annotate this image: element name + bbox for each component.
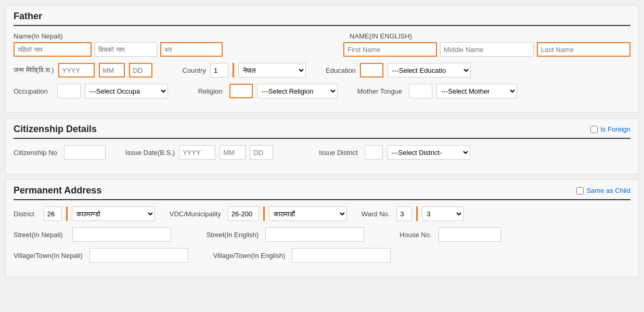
same-as-child-container[interactable]: Same as Child (576, 187, 630, 194)
middle-name-english-input[interactable] (440, 42, 534, 57)
occupation-select[interactable]: ---Select Occupa (85, 84, 168, 98)
country-label: Country (183, 67, 207, 74)
mother-tongue-select[interactable]: ---Select Mother (436, 84, 517, 98)
middle-name-nepali-input[interactable] (95, 42, 157, 57)
mother-tongue-code-input[interactable] (409, 84, 432, 98)
dob-yyyy-input[interactable] (58, 63, 95, 77)
country-divider (233, 63, 234, 77)
district-divider (66, 206, 68, 221)
mother-tongue-label: Mother Tongue (357, 87, 403, 95)
vdc-code-input[interactable] (228, 206, 259, 221)
street-nepali-input[interactable] (72, 227, 171, 242)
street-nepali-label: Street(In Nepali) (14, 231, 63, 239)
issue-date-label: Issue Date(B.S.) (125, 149, 175, 157)
education-label: Education (326, 67, 356, 74)
village-nepali-input[interactable] (89, 248, 188, 263)
district-label: District (14, 210, 34, 218)
permanent-address-title: Permanent Address (14, 185, 101, 196)
house-no-input[interactable] (439, 227, 501, 242)
first-name-nepali-input[interactable] (14, 42, 92, 57)
religion-select[interactable]: ---Select Religion (257, 84, 338, 98)
vdc-label: VDC/Municipality (170, 210, 221, 218)
first-name-english-input[interactable] (343, 42, 437, 57)
village-english-input[interactable] (292, 248, 391, 263)
religion-label: Religion (198, 87, 223, 95)
same-as-child-label: Same as Child (586, 187, 630, 194)
ward-code-input[interactable] (396, 206, 412, 221)
ward-divider (416, 206, 418, 221)
last-name-english-input[interactable] (537, 42, 630, 57)
occupation-code-input[interactable] (57, 84, 81, 98)
education-code-input[interactable] (360, 63, 383, 77)
vdc-select[interactable]: काठमाडौं (269, 206, 347, 221)
house-no-label: House No. (400, 231, 431, 239)
father-section-title: Father (14, 11, 630, 26)
ward-no-label: Ward No. (362, 210, 390, 218)
village-english-label: Village/Town(In English) (213, 252, 286, 259)
district-code-input[interactable] (44, 206, 62, 221)
district-select[interactable]: काठमाण्डो (72, 206, 155, 221)
village-nepali-label: Village/Town(In Nepali) (14, 252, 83, 259)
citizenship-no-label: Citizenship No (14, 149, 57, 157)
country-select[interactable]: नेपाल (238, 63, 306, 77)
occupation-label: Occupation (14, 87, 48, 95)
dob-dd-input[interactable] (129, 63, 152, 77)
issue-district-label: Issue District (319, 149, 357, 157)
name-english-label: NAME(IN ENGLISH) (350, 32, 412, 40)
is-foreign-label: Is Foreign (600, 125, 630, 133)
is-foreign-container[interactable]: Is Foreign (590, 125, 630, 133)
last-name-nepali-input[interactable] (160, 42, 223, 57)
religion-code-input[interactable] (229, 84, 253, 98)
street-english-input[interactable] (265, 227, 364, 242)
issue-mm-input[interactable] (220, 145, 246, 160)
issue-district-code-input[interactable] (365, 145, 383, 160)
citizenship-section-header: Citizenship Details Is Foreign (14, 124, 630, 139)
issue-district-select[interactable]: ---Select District- (387, 145, 470, 160)
vdc-divider (263, 206, 265, 221)
citizenship-no-input[interactable] (64, 145, 106, 160)
name-nepali-label: Name(In Nepali) (14, 32, 63, 40)
education-select[interactable]: ---Select Educatio (388, 63, 471, 77)
issue-yyyy-input[interactable] (179, 145, 215, 160)
citizenship-title: Citizenship Details (14, 124, 97, 135)
is-foreign-checkbox[interactable] (590, 126, 598, 133)
issue-dd-input[interactable] (250, 145, 273, 160)
dob-mm-input[interactable] (99, 63, 125, 77)
ward-select[interactable]: 3 (422, 206, 463, 221)
country-code-input[interactable] (210, 63, 228, 77)
permanent-address-section-header: Permanent Address Same as Child (14, 185, 630, 200)
same-as-child-checkbox[interactable] (576, 187, 584, 194)
street-english-label: Street(In English) (207, 231, 259, 239)
dob-label: जन्म मिति(वि.स.) (14, 66, 54, 74)
